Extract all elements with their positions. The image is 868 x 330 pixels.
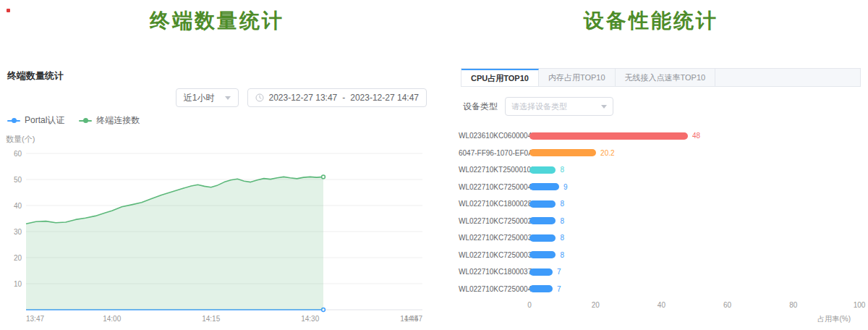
bar-value-label: 8 [560, 166, 564, 174]
tab-3[interactable]: 无线接入点速率TOP10 [616, 69, 716, 86]
x-axis-tick: 100 [854, 301, 866, 309]
time-range-value: 近1小时 [184, 92, 215, 104]
bar-category-label: WL022710KC725000307 [459, 234, 529, 242]
x-axis-tick: 60 [723, 301, 731, 309]
bar-row: WL022710KT250001028 [459, 161, 859, 179]
x-tick-label: 14:47 [404, 315, 422, 323]
bar-track: 8 [529, 217, 859, 225]
bar-row: WL022710KC7250004099 [459, 179, 859, 196]
bar[interactable] [529, 166, 556, 174]
bar-category-label: WL022710KC725000369 [459, 251, 529, 259]
legend-item-1[interactable]: Portal认证 [7, 114, 64, 127]
dashboard-page: 终端数量统计 终端数量统计 近1小时 2023-12-27 13:47 - 20… [0, 0, 868, 330]
bar-category-label: WL022710KC725000409 [459, 183, 529, 191]
date-end: 2023-12-27 14:47 [350, 93, 419, 103]
device-type-select[interactable]: 请选择设备类型 [505, 97, 613, 116]
bar-value-label: 20.2 [600, 149, 614, 157]
clock-icon [255, 93, 264, 102]
legend-line-dot-icon [7, 120, 20, 122]
bar-category-label: 6047-FF96-1070-EF0A [459, 149, 529, 157]
filter-label: 设备类型 [463, 101, 498, 113]
bar-track: 8 [529, 166, 859, 174]
bar-category-label: WL022710KC725000272 [459, 217, 529, 225]
x-axis-tick: 80 [789, 301, 797, 309]
chart-controls: 近1小时 2023-12-27 13:47 - 2023-12-27 14:47 [6, 88, 428, 107]
bar-category-label: WL022710KT25000102 [459, 166, 529, 174]
device-type-filter-row: 设备类型 请选择设备类型 [463, 97, 868, 116]
series-area [26, 177, 323, 310]
bar-track: 8 [529, 234, 859, 242]
y-tick-label: 30 [14, 228, 22, 236]
chevron-down-icon [601, 105, 607, 109]
bar-category-label: WL022710KC18000280 [459, 200, 529, 208]
bar-value-label: 8 [560, 217, 564, 225]
date-separator: - [342, 93, 345, 103]
x-axis-tick: 40 [658, 301, 665, 309]
chevron-down-icon [225, 96, 231, 100]
x-axis-tick: 0 [527, 301, 532, 309]
bar-row: WL022710KC7250004707 [459, 281, 859, 298]
x-tick-label: 14:00 [103, 315, 121, 323]
bar-track: 20.2 [529, 149, 859, 157]
device-performance-section: 设备性能统计 CPU占用TOP10内存占用TOP10无线接入点速率TOP10 设… [434, 0, 868, 330]
left-section-title: 终端数量统计 [0, 0, 434, 33]
bar-category-label: WL022710KC18000372 [459, 268, 529, 276]
legend-label: 终端连接数 [96, 114, 140, 127]
bar-value-label: 7 [557, 268, 561, 276]
bar-value-label: 8 [560, 200, 564, 208]
bar[interactable] [529, 268, 553, 276]
date-start: 2023-12-27 13:47 [269, 93, 338, 103]
bar[interactable] [529, 200, 556, 208]
bar-value-label: 8 [560, 251, 564, 259]
x-axis-label: 占用率(%) [459, 314, 851, 324]
bar-track: 7 [529, 285, 859, 293]
legend-line-dot-icon [79, 120, 92, 122]
bar-track: 7 [529, 268, 859, 276]
bar[interactable] [529, 234, 556, 242]
y-tick-label: 60 [14, 150, 22, 158]
bar-axis-row: 020406080100 [459, 300, 859, 312]
bar[interactable] [529, 251, 556, 258]
bar-value-label: 7 [557, 285, 561, 293]
bar-row: WL022710KC7250003078 [459, 229, 859, 247]
tab-2[interactable]: 内存占用TOP10 [539, 69, 616, 86]
x-tick-label: 14:30 [301, 315, 319, 323]
bar[interactable] [529, 183, 559, 190]
bar-row: WL022710KC7250003698 [459, 247, 859, 264]
bar-track: 8 [529, 200, 859, 208]
cpu-top10-bar-chart: WL023610KC06000043486047-FF96-1070-EF0A2… [459, 127, 859, 324]
tab-1[interactable]: CPU占用TOP10 [461, 69, 539, 86]
bar[interactable] [529, 132, 688, 140]
bar-value-label: 9 [563, 183, 568, 191]
bar-value-label: 48 [692, 132, 700, 140]
bar-rows: WL023610KC06000043486047-FF96-1070-EF0A2… [459, 127, 859, 297]
bar[interactable] [529, 149, 596, 156]
series-endpoint [322, 175, 326, 179]
panel-title: 终端数量统计 [7, 69, 428, 82]
bar[interactable] [529, 217, 556, 224]
y-axis-title: 数量(个) [6, 134, 428, 145]
bar[interactable] [529, 285, 553, 292]
terminal-count-panel: 终端数量统计 近1小时 2023-12-27 13:47 - 2023-12-2… [0, 69, 434, 330]
legend-item-2[interactable]: 终端连接数 [79, 114, 140, 127]
bar-track: 8 [529, 251, 859, 259]
bar-x-axis: 020406080100 [529, 300, 859, 312]
x-tick-label: 14:15 [202, 315, 220, 323]
bar-track: 9 [529, 183, 859, 191]
x-axis-tick: 20 [592, 301, 600, 309]
bar-track: 48 [529, 132, 859, 140]
bar-row: WL023610KC0600004348 [459, 127, 859, 145]
y-tick-label: 40 [14, 202, 22, 210]
bar-row: WL022710KC180003727 [459, 263, 859, 281]
terminal-stats-section: 终端数量统计 终端数量统计 近1小时 2023-12-27 13:47 - 20… [0, 0, 434, 330]
time-range-select[interactable]: 近1小时 [176, 88, 239, 107]
terminal-count-line-chart[interactable]: 10203040506013:4714:0014:1514:3014:4514:… [6, 148, 428, 330]
performance-tabs: CPU占用TOP10内存占用TOP10无线接入点速率TOP10 [461, 68, 861, 87]
bar-row: WL022710KC7250002728 [459, 213, 859, 230]
device-type-placeholder: 请选择设备类型 [511, 101, 567, 112]
bar-category-label: WL022710KC725000470 [459, 285, 529, 293]
y-tick-label: 20 [14, 254, 22, 262]
date-range-picker[interactable]: 2023-12-27 13:47 - 2023-12-27 14:47 [247, 88, 427, 107]
y-tick-label: 50 [14, 176, 22, 184]
bar-row: WL022710KC180002808 [459, 195, 859, 213]
